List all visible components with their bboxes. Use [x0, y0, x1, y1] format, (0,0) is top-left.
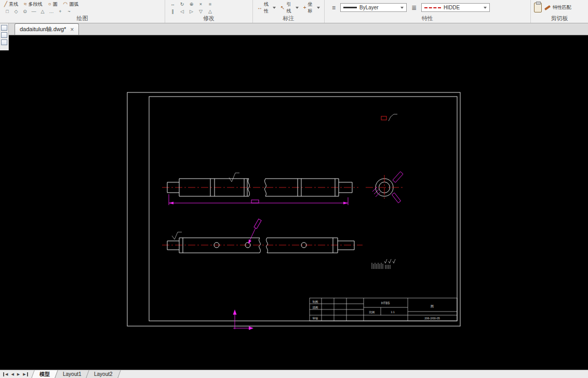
model-space-view[interactable]: HT8S 制图 描图 审核 比例 1:1 图 206-2/00-05	[0, 35, 588, 370]
mini-toolbar-icon[interactable]	[1, 25, 7, 31]
drawing-number: 206-2/00-05	[424, 317, 440, 320]
polygon-icon[interactable]: ◇	[12, 8, 20, 15]
move-icon[interactable]: ↔	[168, 1, 177, 7]
row-label: 审核	[313, 317, 319, 320]
ribbon-panel-annotate: ↔ 线性 ↖ 引线 + 坐标 标注	[253, 0, 325, 23]
surface-roughness-icon	[172, 232, 182, 239]
close-icon[interactable]: ×	[70, 27, 74, 32]
shaft-second-view[interactable]	[162, 219, 363, 253]
rotate-icon[interactable]: ↻	[178, 1, 186, 7]
roughness-legend	[372, 259, 395, 269]
scale-value: 1:1	[391, 310, 395, 314]
circle-icon: ○	[48, 2, 51, 7]
linetype-dropdown[interactable]: HIDDE	[421, 3, 490, 12]
mini-toolbar-icon[interactable]	[1, 39, 7, 45]
chevron-down-icon	[484, 7, 487, 9]
previous-sheet-button[interactable]: ◀	[11, 372, 14, 376]
explode-icon[interactable]: ≡	[206, 1, 215, 7]
rectangle-icon[interactable]: □	[3, 8, 11, 15]
paste-icon[interactable]	[534, 3, 542, 12]
keyway-callout	[393, 171, 403, 182]
tab-model[interactable]: 模型	[31, 370, 58, 378]
line-icon: ╱	[4, 2, 7, 7]
lineweight-sample-icon	[343, 7, 357, 8]
ribbon-panel-properties: ≡ ByLayer ≣ HIDDE 特性	[325, 0, 531, 23]
tab-layout2[interactable]: Layout2	[86, 370, 121, 378]
cad-application-window: ╱ 直线 ≈ 多段线 ○ 圆 ◠ 圆弧	[0, 0, 588, 378]
leader-icon: ↖	[280, 5, 285, 10]
chevron-down-icon	[400, 7, 404, 9]
scale-label: 比例	[369, 310, 375, 314]
array-icon[interactable]: ⊕	[187, 1, 196, 7]
donut-icon[interactable]: ⊙	[21, 8, 29, 15]
linetype-sample-icon	[424, 7, 441, 8]
mirror-icon[interactable]: ◁	[178, 8, 186, 15]
line-tool-button[interactable]: ╱ 直线	[3, 1, 19, 8]
annotate-panel-label: 标注	[253, 15, 324, 23]
arc-tool-button[interactable]: ◠ 圆弧	[62, 1, 80, 8]
draw-panel-label: 绘图	[0, 15, 165, 23]
last-sheet-button[interactable]: ▶	[23, 372, 28, 376]
ribbon-panel-draw: ╱ 直线 ≈ 多段线 ○ 圆 ◠ 圆弧	[0, 0, 165, 23]
shaft-end-view[interactable]	[366, 171, 403, 203]
layout-tabbar: ◀ ◀ ▶ ▶ 模型 Layout1 Layout2	[0, 370, 588, 378]
general-roughness-note[interactable]	[381, 114, 397, 123]
title-block[interactable]: HT8S 制图 描图 审核 比例 1:1 图 206-2/00-05	[310, 298, 457, 321]
fillet-icon[interactable]: △	[206, 8, 215, 15]
document-tab[interactable]: dadaitulun轴.dwg* ×	[15, 23, 79, 35]
docked-mini-toolbar	[0, 23, 9, 50]
document-tabbar: dadaitulun轴.dwg* ×	[0, 23, 588, 35]
more-draw-tools-icon[interactable]: …	[47, 8, 56, 15]
ucs-icon	[233, 309, 254, 330]
mini-toolbar-icon[interactable]	[1, 32, 7, 38]
scale-icon[interactable]: ▷	[187, 8, 196, 15]
polyline-tool-button[interactable]: ≈ 多段线	[23, 1, 44, 8]
document-tab-title: dadaitulun轴.dwg*	[20, 25, 66, 33]
surface-roughness-icon	[389, 114, 397, 121]
sheet-frame	[127, 92, 460, 326]
chevron-down-icon	[273, 7, 276, 9]
xline-icon[interactable]: —	[30, 8, 38, 15]
properties-menu-icon[interactable]: ≡	[332, 4, 336, 11]
match-properties-brush-icon	[544, 5, 551, 10]
polyline-icon: ≈	[24, 2, 27, 7]
keyway-callout	[392, 193, 400, 203]
tab-layout1[interactable]: Layout1	[55, 370, 89, 378]
next-sheet-button[interactable]: ▶	[17, 372, 20, 376]
spline-icon[interactable]: ~	[65, 8, 73, 15]
drawing-name: 图	[431, 305, 434, 308]
coordinate-dimension-button[interactable]: + 坐标	[302, 1, 321, 15]
ribbon: ╱ 直线 ≈ 多段线 ○ 圆 ◠ 圆弧	[0, 0, 588, 23]
linear-dimension-icon: ↔	[257, 5, 262, 10]
lineweight-stack-icon[interactable]: ≣	[411, 4, 417, 11]
region-icon[interactable]: △	[38, 8, 47, 15]
selection-box	[381, 116, 386, 120]
overall-length-dimension[interactable]	[169, 194, 348, 205]
arc-icon: ◠	[63, 2, 68, 7]
clipboard-panel-label: 剪切板	[531, 15, 588, 23]
linear-dimension-button[interactable]: ↔ 线性	[256, 1, 277, 15]
chevron-down-icon	[296, 7, 299, 9]
drawing-canvas[interactable]: HT8S 制图 描图 审核 比例 1:1 图 206-2/00-05	[0, 35, 588, 370]
first-sheet-button[interactable]: ◀	[3, 372, 8, 376]
ribbon-panel-modify: ↔ ↻ ⊕ × ≡ ∥ ◁ ▷ ▽ △ 修改	[165, 0, 253, 23]
ribbon-panel-clipboard: 特性匹配 剪切板	[531, 0, 588, 23]
row-label: 制图	[313, 300, 318, 304]
shaft-front-view[interactable]	[162, 173, 358, 196]
row-label: 描图	[313, 306, 318, 309]
chevron-down-icon	[317, 7, 320, 9]
surface-roughness-icon	[229, 173, 239, 182]
leader-button[interactable]: ↖ 引线	[279, 1, 300, 15]
trim-icon[interactable]: ▽	[196, 8, 205, 15]
erase-icon[interactable]: ×	[196, 1, 205, 7]
offset-icon[interactable]: ∥	[168, 8, 177, 15]
match-properties-button[interactable]: 特性匹配	[544, 4, 571, 11]
material-text: HT8S	[381, 301, 390, 305]
coordinate-icon: +	[303, 5, 306, 10]
circle-tool-button[interactable]: ○ 圆	[47, 1, 59, 8]
keyway-leader[interactable]	[248, 219, 261, 244]
properties-panel-label: 特性	[325, 15, 530, 23]
modify-panel-label: 修改	[165, 15, 252, 23]
lineweight-dropdown[interactable]: ByLayer	[340, 3, 407, 12]
point-icon[interactable]: +	[56, 8, 64, 15]
